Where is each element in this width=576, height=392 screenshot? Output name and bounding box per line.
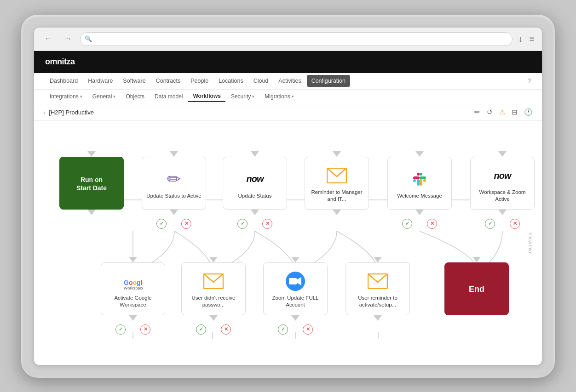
usa-label: Update Status to Active bbox=[146, 193, 202, 199]
wm-label: Welcome Message bbox=[397, 193, 442, 199]
svg-rect-27 bbox=[413, 176, 420, 179]
start-box[interactable]: Run onStart Date bbox=[59, 157, 124, 210]
email-icon-3 bbox=[367, 271, 388, 292]
ag-badges: ✓ ✕ bbox=[115, 324, 150, 335]
connector-top-zf bbox=[290, 254, 301, 262]
browser-window: ← → 🔍 ↓ ≡ omnitza Dashboard Hardware Sof… bbox=[34, 28, 542, 365]
breadcrumb-title: [H2P] Productive bbox=[49, 109, 94, 116]
nav-hardware[interactable]: Hardware bbox=[83, 75, 117, 87]
wm-box[interactable]: Welcome Message bbox=[387, 157, 452, 210]
back-button[interactable]: ← bbox=[41, 33, 55, 45]
check-badge: ✓ bbox=[115, 324, 126, 335]
address-bar[interactable] bbox=[80, 32, 513, 46]
svg-rect-25 bbox=[420, 179, 422, 186]
svg-rect-20 bbox=[413, 179, 416, 182]
breadcrumb-back[interactable]: ‹ bbox=[43, 109, 45, 116]
app-content: omnitza Dashboard Hardware Software Cont… bbox=[34, 51, 542, 365]
refresh-icon[interactable]: ↺ bbox=[487, 108, 493, 116]
zoom-icon bbox=[285, 271, 306, 292]
nav-contracts[interactable]: Contracts bbox=[151, 75, 185, 87]
subnav-general[interactable]: General ▾ bbox=[88, 91, 121, 102]
connector-top-ag bbox=[127, 254, 138, 262]
show-info-label[interactable]: Show Info bbox=[527, 233, 532, 253]
unp-badges: ✓ ✕ bbox=[196, 324, 231, 335]
node-user-no-password[interactable]: User didn't receive passwo... ✓ ✕ bbox=[181, 254, 246, 335]
connector-top-za bbox=[497, 148, 508, 157]
x-badge: ✕ bbox=[510, 219, 520, 229]
node-user-reminder[interactable]: User reminder to activate/setup... bbox=[346, 254, 410, 324]
main-nav: Dashboard Hardware Software Contracts Pe… bbox=[34, 73, 542, 90]
node-zoom-full[interactable]: Zoom Update FULL Account ✓ ✕ bbox=[263, 254, 328, 335]
forward-button[interactable]: → bbox=[61, 33, 75, 45]
edit-icon[interactable]: ✏ bbox=[474, 108, 480, 116]
zf-box[interactable]: Zoom Update FULL Account bbox=[263, 262, 328, 315]
za-box[interactable]: now Workspace & Zoom Active bbox=[470, 157, 535, 210]
ag-box[interactable]: Google Workspace Activate Google Workspa… bbox=[101, 262, 165, 315]
nav-activities[interactable]: Activities bbox=[274, 75, 305, 87]
nav-cloud[interactable]: Cloud bbox=[249, 75, 273, 87]
wm-badges: ✓ ✕ bbox=[402, 219, 437, 229]
google-workspace-icon: Google Workspace bbox=[122, 271, 144, 292]
connector-bottom-us bbox=[249, 210, 260, 218]
node-update-status[interactable]: now Update Status ✓ ✕ bbox=[223, 148, 287, 229]
pencil-icon: ✏ bbox=[163, 169, 184, 190]
svg-text:Google: Google bbox=[124, 279, 143, 286]
subnav-security[interactable]: Security ▾ bbox=[226, 91, 259, 102]
node-update-status-active[interactable]: ✏ Update Status to Active ✓ ✕ bbox=[142, 148, 206, 229]
us-box[interactable]: now Update Status bbox=[223, 157, 287, 210]
svg-text:Workspace: Workspace bbox=[124, 286, 143, 290]
check-badge: ✓ bbox=[278, 324, 288, 335]
subnav-datamodel[interactable]: Data model bbox=[150, 91, 187, 102]
unp-box[interactable]: User didn't receive passwo... bbox=[181, 262, 246, 315]
usa-badges: ✓ ✕ bbox=[156, 219, 191, 229]
ag-label: Activate Google Workspace bbox=[105, 295, 161, 308]
connector-bottom-unp bbox=[208, 315, 219, 324]
rm-box[interactable]: Reminder to Manager and IT... bbox=[305, 157, 369, 210]
help-icon[interactable]: ? bbox=[527, 77, 531, 85]
history-icon[interactable]: 🕐 bbox=[524, 108, 533, 116]
connector-top-usa bbox=[168, 148, 179, 157]
node-zoom-active[interactable]: now Workspace & Zoom Active ✓ ✕ bbox=[470, 148, 535, 229]
svg-rect-21 bbox=[417, 179, 420, 186]
end-box[interactable]: End bbox=[444, 262, 509, 315]
menu-icon[interactable]: ≡ bbox=[529, 34, 535, 44]
nav-people[interactable]: People bbox=[186, 75, 213, 87]
node-start[interactable]: Run onStart Date bbox=[59, 148, 124, 218]
node-welcome-message[interactable]: Welcome Message ✓ ✕ bbox=[387, 148, 452, 229]
nav-dashboard[interactable]: Dashboard bbox=[45, 75, 82, 87]
connector-bottom-za bbox=[497, 210, 508, 218]
breadcrumb-bar: ‹ [H2P] Productive ✏ ↺ ⚠ ⊟ 🕐 bbox=[34, 104, 542, 121]
node-reminder-manager[interactable]: Reminder to Manager and IT... bbox=[305, 148, 369, 218]
svg-rect-31 bbox=[289, 278, 297, 284]
browser-actions: ↓ ≡ bbox=[518, 34, 535, 44]
subnav-objects[interactable]: Objects bbox=[121, 91, 149, 102]
top-nav: omnitza bbox=[34, 51, 542, 73]
connector-bottom-rm bbox=[331, 210, 342, 218]
subnav-integrations[interactable]: Integrations ▾ bbox=[45, 91, 87, 102]
download-icon[interactable]: ↓ bbox=[518, 34, 523, 44]
nav-locations[interactable]: Locations bbox=[214, 75, 248, 87]
us-label: Update Status bbox=[238, 193, 272, 199]
svg-rect-24 bbox=[423, 179, 426, 182]
node-end[interactable]: End bbox=[444, 254, 509, 315]
usa-box[interactable]: ✏ Update Status to Active bbox=[142, 157, 206, 210]
node-activate-google[interactable]: Google Workspace Activate Google Workspa… bbox=[101, 254, 165, 335]
search-icon: 🔍 bbox=[85, 35, 92, 42]
warning-icon[interactable]: ⚠ bbox=[499, 108, 505, 116]
ur-box[interactable]: User reminder to activate/setup... bbox=[346, 262, 410, 315]
connector-bottom-usa bbox=[168, 210, 179, 218]
check-badge: ✓ bbox=[156, 219, 167, 229]
connector-top-ur bbox=[372, 254, 383, 262]
layout-icon[interactable]: ⊟ bbox=[512, 108, 518, 116]
connector-top-start bbox=[86, 148, 97, 157]
start-label: Run onStart Date bbox=[76, 176, 107, 192]
unp-label: User didn't receive passwo... bbox=[185, 295, 242, 308]
end-label: End bbox=[469, 284, 484, 295]
breadcrumb-actions: ✏ ↺ ⚠ ⊟ 🕐 bbox=[474, 108, 533, 116]
nav-software[interactable]: Software bbox=[118, 75, 150, 87]
svg-marker-32 bbox=[297, 277, 301, 285]
subnav-migrations[interactable]: Migrations ▾ bbox=[260, 91, 298, 102]
zf-badges: ✓ ✕ bbox=[278, 324, 313, 335]
subnav-workflows[interactable]: Workflows bbox=[188, 91, 225, 102]
nav-configuration[interactable]: Configuration bbox=[307, 75, 350, 87]
